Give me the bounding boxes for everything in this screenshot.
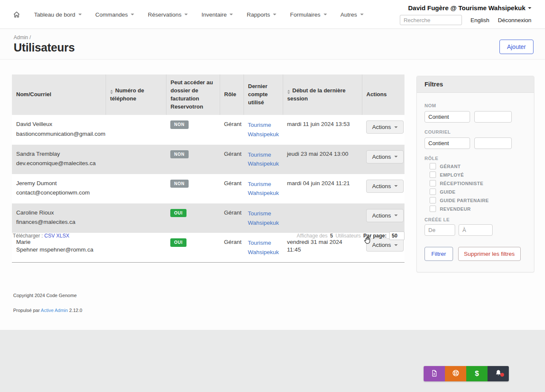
language-link[interactable]: English <box>470 17 489 23</box>
showing-prefix: Affichage des <box>297 233 328 239</box>
user-role-cell: Gérant <box>220 145 244 174</box>
user-name-email-cell: Jeremy Dumontcontact@conceptionwm.com <box>12 174 106 203</box>
page-title: Utilisateurs <box>14 41 531 54</box>
role-checkbox-employe[interactable] <box>430 172 436 178</box>
account-link[interactable]: Tourisme Wahsipekuk <box>248 150 279 169</box>
nav-label: Commandes <box>95 11 128 18</box>
notifications-widget-button[interactable] <box>488 366 509 381</box>
nav-item-reservations[interactable]: Réservations <box>148 11 188 18</box>
email-filter-input[interactable] <box>474 137 512 149</box>
search-input[interactable] <box>400 15 462 25</box>
column-header-phone[interactable]: Numéro de téléphone <box>106 74 166 115</box>
actions-dropdown-button[interactable]: Actions <box>366 238 404 252</box>
filter-role-label: RÔLE <box>425 156 526 161</box>
last-session-cell <box>283 203 362 233</box>
account-link[interactable]: Tourisme Wahsipekuk <box>248 238 279 257</box>
per-page-input[interactable] <box>389 232 404 240</box>
filter-button[interactable]: Filtrer <box>425 247 453 261</box>
actions-cell: Actions <box>362 203 404 233</box>
download-links: Télécharger : CSV XLSX <box>13 233 69 239</box>
chevron-down-icon <box>131 14 134 15</box>
actions-cell: Actions <box>362 145 404 174</box>
role-checkbox-row: GUIDE <box>430 189 526 195</box>
chevron-down-icon <box>360 14 364 15</box>
table-row: David Veilleuxbastioncommunication@gmail… <box>12 115 404 144</box>
nav-item-others[interactable]: Autres <box>341 11 364 18</box>
main-content: Nom/Courriel Numéro de téléphone Peut ac… <box>0 60 545 330</box>
user-menu-label: David Fugère @ Tourisme Wahsipekuk <box>408 4 525 11</box>
role-checkbox-receptionniste[interactable] <box>430 180 436 186</box>
role-checkbox-guide[interactable] <box>430 189 436 195</box>
name-filter-input[interactable] <box>474 111 512 123</box>
role-checkbox-row: GUIDE PARTENAIRE <box>430 197 526 203</box>
actions-cell: Actions <box>362 174 404 203</box>
logout-link[interactable]: Déconnexion <box>498 17 531 23</box>
account-link[interactable]: Tourisme Wahsipekuk <box>248 209 279 227</box>
nav-item-forms[interactable]: Formulaires <box>290 11 327 18</box>
chevron-down-icon <box>394 215 398 216</box>
role-checkbox-revendeur[interactable] <box>430 206 436 212</box>
column-header-billing-access: Peut accéder au dossier de facturation R… <box>166 74 220 115</box>
clear-filters-button[interactable]: Supprimer les filtres <box>458 247 521 261</box>
filter-name-label: NOM <box>425 103 526 108</box>
name-operator-select[interactable]: Contient <box>425 111 470 123</box>
home-icon[interactable] <box>13 11 20 18</box>
actions-dropdown-button[interactable]: Actions <box>366 209 404 222</box>
account-link[interactable]: Tourisme Wahsipekuk <box>248 120 279 139</box>
nav-item-dashboard[interactable]: Tableau de bord <box>34 11 82 18</box>
breadcrumb-admin-link[interactable]: Admin <box>14 34 28 40</box>
nav-item-reports[interactable]: Rapports <box>247 11 276 18</box>
role-checkbox-gerant[interactable] <box>430 163 436 169</box>
nav-label: Réservations <box>148 11 181 18</box>
actions-dropdown-button[interactable]: Actions <box>366 120 404 134</box>
chevron-down-icon <box>78 14 82 15</box>
chevron-down-icon <box>273 14 276 15</box>
table-row: Sandra Tremblaydev.economique@malecites.… <box>12 145 404 174</box>
user-phone-cell <box>106 203 166 233</box>
chevron-down-icon <box>528 7 531 9</box>
version-number: 2.12.0 <box>69 308 82 313</box>
active-admin-link[interactable]: Active Admin <box>41 308 68 313</box>
email-operator-select[interactable]: Contient <box>425 137 470 149</box>
created-to-input[interactable] <box>459 224 493 236</box>
bottom-band: $ <box>0 330 545 392</box>
chevron-down-icon <box>394 156 398 157</box>
status-badge: OUI <box>170 209 186 217</box>
user-name-email-cell: Sandra Tremblaydev.economique@malecites.… <box>12 145 106 174</box>
column-header-last-session[interactable]: Début de la dernière session <box>283 74 362 115</box>
sort-icon <box>287 90 290 94</box>
column-header-name-email: Nom/Courriel <box>12 74 106 115</box>
document-widget-button[interactable] <box>424 366 445 381</box>
billing-access-cell: NON <box>166 115 220 144</box>
user-name-email-cell: David Veilleuxbastioncommunication@gmail… <box>12 115 106 144</box>
account-link[interactable]: Tourisme Wahsipekuk <box>248 180 279 198</box>
table-row: Caroline Riouxfinances@malecites.ca OUI … <box>12 203 404 233</box>
breadcrumb: Admin / <box>14 34 531 40</box>
column-header-role: Rôle <box>220 74 244 115</box>
widget-toolbar: $ <box>424 366 509 381</box>
nav-item-inventory[interactable]: Inventaire <box>201 11 233 18</box>
actions-dropdown-button[interactable]: Actions <box>366 180 404 193</box>
chevron-down-icon <box>229 14 233 15</box>
xlsx-download-link[interactable]: XLSX <box>56 233 69 239</box>
nav-item-orders[interactable]: Commandes <box>95 11 135 18</box>
last-account-cell: Tourisme Wahsipekuk <box>244 115 283 144</box>
add-user-button[interactable]: Ajouter <box>499 40 534 54</box>
billing-widget-button[interactable]: $ <box>466 366 488 381</box>
user-phone-cell <box>106 174 166 203</box>
role-checkbox-guide-partenaire[interactable] <box>430 197 436 203</box>
csv-download-link[interactable]: CSV <box>44 233 55 239</box>
pagination-info: Affichage des 5 Utilisateurs Par page: <box>297 232 404 240</box>
user-menu[interactable]: David Fugère @ Tourisme Wahsipekuk <box>408 4 531 11</box>
table-footer: Télécharger : CSV XLSX Affichage des 5 U… <box>13 232 404 240</box>
role-checkbox-row: RÉCEPTIONNISTE <box>430 180 526 186</box>
help-widget-button[interactable] <box>445 366 466 381</box>
last-session-cell: mardi 04 juin 2024 11:21 <box>283 174 362 203</box>
last-account-cell: Tourisme Wahsipekuk <box>244 203 283 233</box>
top-navigation-bar: Tableau de bord Commandes Réservations I… <box>0 0 545 29</box>
created-from-input[interactable] <box>425 224 455 236</box>
chevron-down-icon <box>394 185 398 187</box>
powered-by-text: Propulsé par Active Admin 2.12.0 <box>13 308 82 313</box>
table-row: Jeremy Dumontcontact@conceptionwm.com NO… <box>12 174 404 203</box>
actions-dropdown-button[interactable]: Actions <box>366 150 404 163</box>
